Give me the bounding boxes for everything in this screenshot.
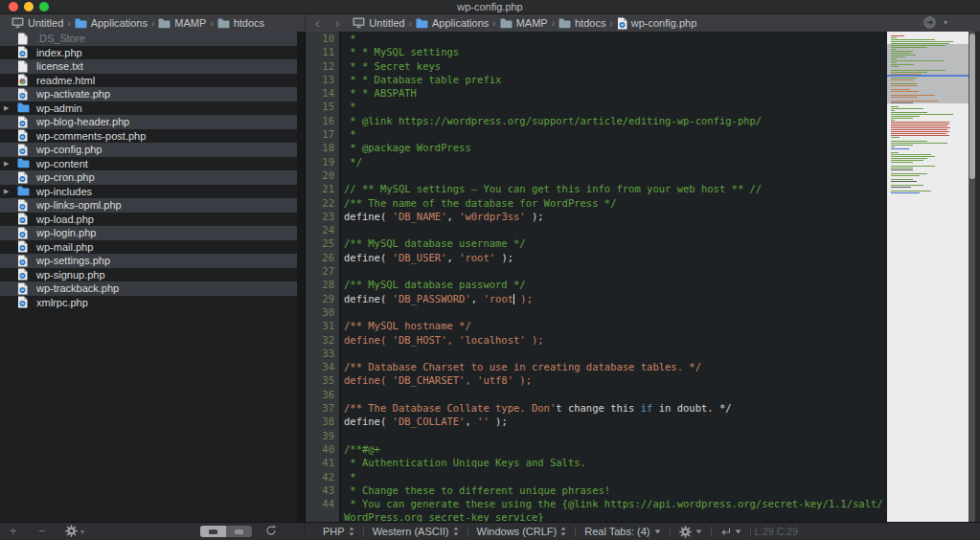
- minimap-line: [891, 41, 953, 42]
- minimap-line: [891, 135, 949, 136]
- file-row[interactable]: ▶wp-admin: [0, 101, 297, 116]
- breadcrumb-item-untitled[interactable]: Untitled: [11, 17, 63, 29]
- code-line: * You can generate these using the {@lin…: [344, 497, 887, 510]
- file-row[interactable]: wp-cron.php: [0, 170, 297, 185]
- file-row[interactable]: wp-mail.php: [0, 240, 297, 255]
- remote-files-segment[interactable]: [226, 526, 252, 537]
- file-row[interactable]: .DS_Store: [0, 32, 297, 46]
- breadcrumb-item-htdocs[interactable]: htdocs: [558, 17, 605, 29]
- breadcrumb-item-wp-config-php[interactable]: wp-config.php: [617, 17, 697, 30]
- remove-item-button[interactable]: −: [38, 523, 46, 540]
- breadcrumb-item-mamp[interactable]: MAMP: [158, 17, 206, 29]
- file-name: xmlrpc.php: [36, 297, 88, 308]
- minimap-line: [891, 110, 895, 111]
- minimap-line: [891, 37, 897, 38]
- file-row[interactable]: ▶wp-includes: [0, 185, 297, 199]
- breadcrumb-item-untitled[interactable]: Untitled: [353, 17, 404, 29]
- breadcrumb-item-mamp[interactable]: MAMP: [500, 17, 548, 29]
- language-menu[interactable]: PHP: [314, 526, 363, 537]
- php-file-icon: [17, 255, 31, 267]
- line-number: 19: [306, 155, 339, 169]
- php-file-icon: [17, 282, 31, 295]
- minimap-line: [891, 124, 949, 124]
- file-row[interactable]: wp-blog-header.php: [0, 115, 297, 129]
- scrollbar-thumb[interactable]: [969, 34, 975, 179]
- minimap-line: [891, 91, 919, 92]
- return-icon: [720, 528, 731, 536]
- breadcrumb-separator-icon: ›: [492, 18, 495, 29]
- file-row[interactable]: xmlrpc.php: [0, 296, 297, 310]
- code-token: 'DB_NAME': [393, 211, 447, 222]
- code-line: */: [344, 155, 887, 169]
- file-name: wp-admin: [36, 102, 82, 114]
- code-token: define(: [344, 252, 393, 263]
- file-row[interactable]: wp-settings.php: [0, 254, 297, 268]
- code-token: define( 'DB_HOST', 'localhost' );: [344, 334, 544, 346]
- code-line: * * Database table prefix: [344, 73, 887, 86]
- minimap-line: [891, 118, 913, 119]
- title-bar[interactable]: wp-config.php: [0, 0, 980, 14]
- code-token: /** MySQL database username */: [344, 237, 526, 249]
- folder-muted-icon: [558, 18, 571, 29]
- back-icon[interactable]: ‹: [315, 16, 320, 30]
- encoding-menu[interactable]: Western (ASCII): [364, 526, 467, 537]
- minimap-line: [891, 156, 935, 157]
- forward-icon[interactable]: ›: [335, 16, 340, 30]
- code-token: * Authentication Unique Keys and Salts.: [344, 457, 586, 468]
- code-token: ,: [446, 211, 459, 222]
- breadcrumb-item-applications[interactable]: Applications: [75, 17, 148, 29]
- tab-settings-menu[interactable]: Real Tabs: (4): [576, 526, 669, 537]
- code-token: *: [344, 471, 356, 483]
- chevron-down-icon[interactable]: ▾: [944, 18, 947, 27]
- refresh-icon[interactable]: [265, 525, 277, 540]
- file-row[interactable]: wp-signup.php: [0, 268, 297, 282]
- breadcrumb-label: MAMP: [174, 17, 206, 29]
- line-break-menu[interactable]: [712, 528, 750, 536]
- file-row[interactable]: wp-load.php: [0, 213, 297, 227]
- minimap-line: [891, 78, 917, 79]
- file-row[interactable]: wp-trackback.php: [0, 281, 297, 296]
- gear-icon[interactable]: [65, 525, 78, 540]
- code-line: [344, 264, 887, 278]
- file-row[interactable]: wp-links-opml.php: [0, 198, 297, 213]
- add-item-button[interactable]: +: [10, 523, 17, 540]
- file-row[interactable]: wp-login.php: [0, 226, 297, 240]
- app-window: wp-config.php Untitled›Applications›MAMP…: [0, 0, 980, 540]
- minimap-line: [891, 79, 914, 80]
- file-row[interactable]: wp-config.php: [0, 143, 297, 157]
- disclosure-triangle-icon[interactable]: ▶: [4, 188, 9, 195]
- chevron-down-icon: [695, 529, 702, 534]
- disclosure-triangle-icon[interactable]: ▶: [4, 104, 9, 112]
- line-number: 35: [306, 373, 339, 387]
- local-files-segment[interactable]: [200, 526, 226, 537]
- file-row[interactable]: ▶wp-content: [0, 157, 297, 171]
- code-line: /**#@+: [344, 442, 887, 456]
- minimap-line: [891, 169, 913, 170]
- breadcrumb-label: Applications: [432, 17, 489, 29]
- counterpart-nav-button[interactable]: ➜: [923, 16, 936, 29]
- line-endings-menu[interactable]: Windows (CRLF): [468, 526, 576, 537]
- view-mode-segmented-control[interactable]: [200, 526, 252, 537]
- chevron-down-icon[interactable]: ▾: [80, 524, 84, 540]
- php-file-icon: [17, 129, 31, 142]
- php-file-icon: [17, 116, 31, 128]
- line-number: 10: [306, 32, 339, 45]
- file-row[interactable]: license.txt: [0, 59, 297, 74]
- code-line: // ** MySQL settings – You can get this …: [344, 182, 887, 195]
- minimap[interactable]: [887, 32, 969, 523]
- code-editor[interactable]: * * * MySQL settings * * Secret keys * *…: [339, 32, 887, 523]
- file-row[interactable]: wp-comments-post.php: [0, 129, 297, 144]
- file-row[interactable]: wp-activate.php: [0, 87, 297, 101]
- scrollbar-track[interactable]: [969, 32, 975, 523]
- minimap-line: [891, 102, 913, 103]
- breadcrumb-item-applications[interactable]: Applications: [416, 17, 489, 29]
- editor-gear-menu[interactable]: [671, 526, 711, 538]
- file-row[interactable]: index.php: [0, 46, 297, 60]
- minimap-line: [891, 192, 920, 193]
- disclosure-triangle-icon[interactable]: ▶: [4, 160, 9, 168]
- file-row[interactable]: readme.html: [0, 74, 297, 88]
- status-divider: [750, 527, 751, 537]
- breadcrumb-item-htdocs[interactable]: htdocs: [217, 17, 264, 29]
- minimap-line: [891, 83, 917, 84]
- line-number: 14: [306, 86, 339, 100]
